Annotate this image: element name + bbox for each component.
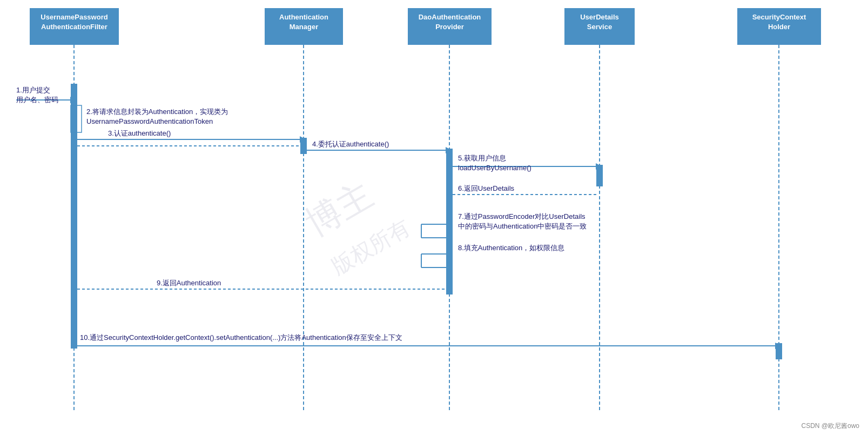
step5-label: 5.获取用户信息loadUserByUsername()	[458, 153, 531, 173]
step4-label: 4.委托认证authenticate()	[312, 139, 389, 149]
step7-label: 7.通过PasswordEncoder对比UserDetails中的密码与Aut…	[458, 212, 587, 231]
svg-rect-7	[446, 149, 453, 295]
step8-label: 8.填充Authentication，如权限信息	[458, 243, 564, 253]
step2-label: 2.将请求信息封装为Authentication，实现类为UsernamePas…	[86, 107, 228, 126]
diagram-svg	[0, 0, 868, 435]
footer-text: CSDN @欧尼酱owo	[801, 421, 859, 431]
step6-label: 6.返回UserDetails	[458, 184, 514, 193]
diagram-container: UsernamePasswordAuthenticationFilter Aut…	[0, 0, 868, 435]
step10-label: 10.通过SecurityContextHolder.getContext().…	[80, 333, 402, 343]
step9-label: 9.返回Authentication	[157, 278, 221, 288]
step1-label: 1.用户提交用户名、密码	[16, 85, 58, 105]
step3-label: 3.认证authenticate()	[108, 129, 171, 138]
svg-rect-5	[71, 84, 77, 349]
